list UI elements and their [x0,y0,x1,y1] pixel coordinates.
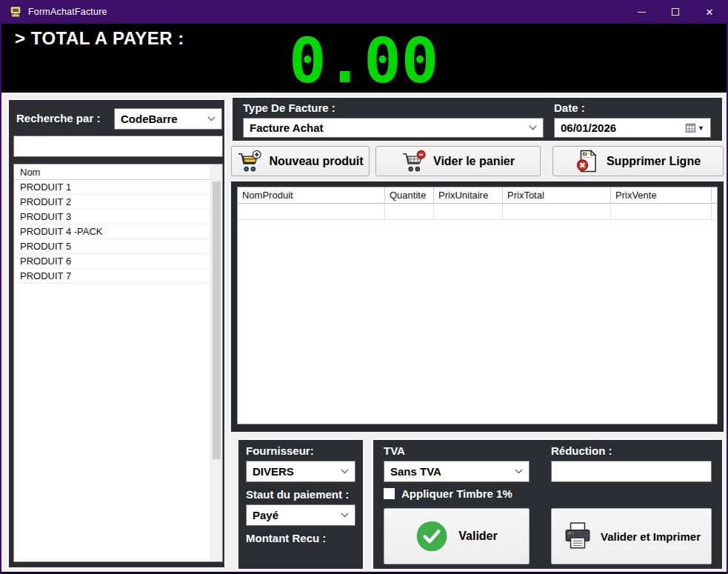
empty-cart-button[interactable]: Vider le panier [375,146,541,176]
list-item[interactable]: PRODUIT 5 [14,239,210,254]
tva-label: TVA [384,444,405,457]
dropdown-arrow-icon: ▼ [698,124,704,132]
stamp-label: Appliquer Timbre 1% [401,487,512,500]
tva-value: Sans TVA [390,465,441,478]
new-product-button[interactable]: Nouveau produit [231,146,370,176]
column-header[interactable]: Quantite [385,187,434,203]
payment-status-value: Payé [253,509,278,521]
delete-line-button[interactable]: Supprimer Ligne [552,146,724,176]
search-by-label: Recherche par : [16,112,100,124]
validate-print-label: Valider et Imprimer [601,530,701,543]
supplier-value: DIVERS [253,465,294,478]
list-item[interactable]: PRODUIT 3 [14,210,210,224]
cart-remove-icon [401,150,426,173]
chevron-down-icon [515,469,523,474]
cart-grid-panel: NomProduit Quantite PrixUnitaire PrixTot… [231,181,724,432]
supplier-label: Fournisseur: [246,444,314,457]
supplier-panel: Fournisseur: DIVERS Staut du paiement : … [237,438,364,570]
validate-print-button[interactable]: Valider et Imprimer [551,508,712,564]
delete-line-label: Supprimer Ligne [607,155,701,168]
maximize-icon [672,8,679,16]
empty-cart-label: Vider le panier [433,155,515,168]
total-label: > TOTAL A PAYER : [15,28,184,49]
reduction-input[interactable] [551,461,712,482]
list-item[interactable]: PRODUIT 1 [14,180,210,195]
payment-status-label: Staut du paiement : [246,488,349,501]
search-panel: Recherche par : CodeBarre Nom PRODUIT 1 … [7,99,226,569]
window-title: FormAchatFacture [28,7,107,17]
invoice-type-combobox[interactable]: Facture Achat [243,118,544,138]
list-item[interactable]: PRODUIT 7 [14,269,210,284]
date-picker[interactable]: 06/01/2026 ▼ [554,118,711,138]
invoice-type-label: Type De Facture : [243,101,335,114]
validate-label: Valider [458,530,497,543]
payment-status-combobox[interactable]: Payé [246,504,355,526]
product-list-scrollbar[interactable] [210,164,222,561]
product-list-header: Nom [14,164,210,180]
column-header[interactable]: PrixUnitaire [434,187,503,203]
date-label: Date : [554,101,585,114]
search-by-combobox[interactable]: CodeBarre [114,108,222,130]
search-by-value: CodeBarre [121,113,178,125]
close-button[interactable]: ✕ [692,0,727,24]
search-input[interactable] [13,136,223,157]
printer-icon [562,521,593,552]
invoice-type-value: Facture Achat [250,121,323,134]
document-delete-icon [575,149,599,173]
chevron-down-icon [207,116,216,121]
column-header[interactable]: NomProduit [238,187,385,203]
list-item[interactable]: PRODUIT 4 -PACK [14,224,210,239]
validate-button[interactable]: Valider [384,508,530,564]
column-header-filler [712,187,717,203]
stamp-checkbox[interactable] [384,488,395,499]
column-header[interactable]: PrixTotal [503,187,611,203]
titlebar: FormAchatFacture ✕ [1,0,727,24]
cart-grid[interactable]: NomProduit Quantite PrixUnitaire PrixTot… [237,187,718,424]
calendar-icon [685,122,696,133]
close-icon: ✕ [706,7,714,17]
window-controls: ✕ [624,0,727,24]
cart-add-icon [237,150,261,173]
grid-header-row: NomProduit Quantite PrixUnitaire PrixTot… [238,187,717,204]
supplier-combobox[interactable]: DIVERS [246,461,355,482]
total-value: 0.00 [289,25,438,96]
app-window: FormAchatFacture ✕ > TOTAL A PAYER : 0.0… [0,0,728,574]
product-list: Nom PRODUIT 1 PRODUIT 2 PRODUIT 3 PRODUI… [13,164,223,562]
column-header[interactable]: PrixVente [611,187,712,203]
total-banner: > TOTAL A PAYER : 0.00 [1,24,727,93]
invoice-header-panel: Type De Facture : Facture Achat Date : 0… [231,96,724,142]
payment-panel: TVA Sans TVA Appliquer Timbre 1% Valider… [372,438,724,570]
amount-received-label: Montant Recu : [246,532,326,544]
grid-empty-row [238,204,717,220]
reduction-label: Réduction : [551,444,612,457]
chevron-down-icon [529,125,537,130]
date-value: 06/01/2026 [561,121,616,134]
chevron-down-icon [341,469,349,474]
new-product-label: Nouveau produit [269,155,363,168]
maximize-button[interactable] [658,0,692,24]
stamp-checkbox-row[interactable]: Appliquer Timbre 1% [384,487,512,500]
tva-combobox[interactable]: Sans TVA [384,461,530,482]
scrollbar-thumb[interactable] [213,181,221,459]
chevron-down-icon [341,513,349,518]
app-icon [10,6,21,18]
minimize-icon [638,12,646,13]
list-item[interactable]: PRODUIT 6 [14,254,210,269]
list-item[interactable]: PRODUIT 2 [14,195,210,210]
minimize-button[interactable] [624,0,658,24]
check-icon [415,520,448,553]
